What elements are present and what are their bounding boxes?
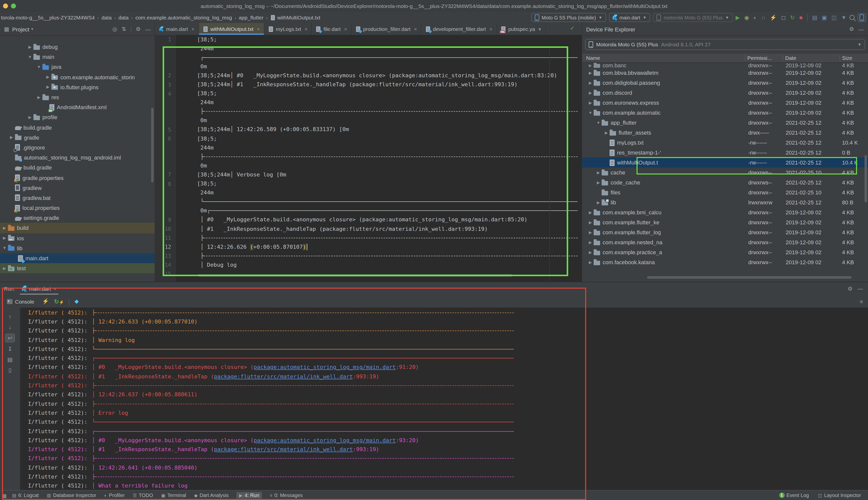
- table-row-lib[interactable]: ▶liblrwxrwxrw2021-02-25 1280 B: [582, 197, 868, 207]
- tree-expand-icon[interactable]: ▶: [587, 230, 594, 235]
- sidebar-item-local-properties[interactable]: local.properties: [0, 203, 155, 213]
- dart-devtools-icon[interactable]: ◆: [75, 298, 79, 305]
- source-link[interactable]: package:flutter/src/material/ink_well.da…: [214, 446, 353, 453]
- search-everywhere-icon[interactable]: [849, 15, 855, 20]
- editor-row[interactable]: 6[38;5;: [155, 134, 582, 143]
- editor-row[interactable]: 2[38;5;244m│ #0 _MyLoggerState.build.<an…: [155, 71, 582, 80]
- breadcrumb-item[interactable]: com.example.automatic_storing_log_msg: [135, 14, 232, 21]
- table-row-com-discord[interactable]: ▶com.discorddrwxrwx--2019-12-09 024 KB: [582, 88, 868, 98]
- flutter-hot-restart-icon[interactable]: ↻⚡: [54, 298, 64, 305]
- sidebar-item-gradlew-bat[interactable]: gradlew.bat: [0, 193, 155, 203]
- tree-expand-icon[interactable]: ▶: [587, 250, 594, 254]
- sidebar-item-profile[interactable]: ▶profile: [0, 112, 155, 122]
- sdk-manager-icon[interactable]: ▼: [841, 14, 847, 21]
- sidebar-item-gradlew[interactable]: gradlew: [0, 183, 155, 193]
- close-icon[interactable]: ×: [414, 26, 417, 32]
- table-row-code-cache[interactable]: ▶code_cachedrwxrws--2021-02-25 124 KB: [582, 178, 868, 188]
- editor-row[interactable]: 1[38;5;: [155, 35, 582, 44]
- device-file-explorer-stripe-icon[interactable]: [858, 13, 866, 22]
- editor-row[interactable]: 244m: [155, 44, 582, 53]
- editor-row[interactable]: └: [155, 197, 582, 206]
- breadcrumb-item[interactable]: withMultiOutput.txt: [277, 14, 320, 21]
- close-icon[interactable]: ×: [257, 26, 260, 32]
- tree-expand-icon[interactable]: ▶: [603, 130, 610, 135]
- todo-button[interactable]: ☰TODO: [133, 492, 153, 498]
- run-tool-window-icon[interactable]: ▣: [822, 14, 827, 21]
- hide-panel-icon[interactable]: —: [858, 285, 863, 292]
- tree-expand-icon[interactable]: ▶: [587, 90, 594, 95]
- close-icon[interactable]: ×: [304, 26, 308, 32]
- sidebar-item-settings-gradle[interactable]: settings.gradle: [0, 213, 155, 223]
- tree-expand-icon[interactable]: ▶: [587, 80, 594, 85]
- dart-analysis-button[interactable]: ◆Dart Analysis: [194, 492, 229, 498]
- device-manager-icon[interactable]: ◫: [831, 14, 837, 21]
- project-panel-title[interactable]: Project: [12, 26, 30, 32]
- tab-production-filter-dart[interactable]: production_filter.dart×: [352, 23, 422, 35]
- sidebar-item-build-gradle[interactable]: build.gradle: [0, 122, 155, 132]
- tab-mylogs-txt[interactable]: myLogs.txt×: [264, 23, 312, 35]
- run-tab-main-dart[interactable]: main.dart ×: [19, 282, 59, 295]
- editor-row[interactable]: 244m: [155, 188, 582, 197]
- chevron-down-icon[interactable]: ▾: [538, 26, 541, 32]
- database-inspector-button[interactable]: ▥Database Inspector: [47, 492, 96, 498]
- sidebar-item-gradle[interactable]: ▶gradle: [0, 132, 155, 142]
- debug-icon[interactable]: ◉: [744, 14, 749, 21]
- run-button[interactable]: ▶4: Run: [237, 492, 262, 499]
- tree-expand-icon[interactable]: ▶: [1, 266, 8, 271]
- sidebar-item-build[interactable]: ▶build: [0, 223, 155, 233]
- locate-file-icon[interactable]: ◎: [112, 26, 117, 32]
- close-icon[interactable]: ×: [191, 26, 194, 32]
- scroll-to-end-icon[interactable]: ↧: [5, 345, 14, 353]
- terminal-button[interactable]: ▣Terminal: [161, 492, 186, 498]
- table-row-com-euronews-express[interactable]: ▶com.euronews.expressdrwxrwx--2019-12-09…: [582, 98, 868, 108]
- gear-icon[interactable]: ⚙: [136, 26, 141, 32]
- breadcrumb-item[interactable]: torola-moto-g__5s__plus-ZY322M4WS4: [1, 14, 95, 21]
- tab-withmultioutput-txt[interactable]: withMultiOutput.txt×: [199, 23, 264, 35]
- sidebar-item-debug[interactable]: ▶debug: [0, 42, 155, 52]
- breadcrumb-item[interactable]: data: [119, 14, 129, 21]
- table-row-com-example-practice-a[interactable]: ▶com.example.practice_adrwxrwx--2019-12-…: [582, 247, 868, 257]
- soft-wrap-icon[interactable]: ↩: [5, 333, 15, 342]
- table-row-withmultioutput-t[interactable]: withMultiOutput.t-rw------2021-02-25 121…: [582, 158, 868, 168]
- sidebar-item-res[interactable]: ▶res: [0, 92, 155, 102]
- tree-expand-icon[interactable]: ▶: [35, 95, 42, 100]
- column-size[interactable]: Size: [839, 55, 868, 61]
- dfe-hscrollbar[interactable]: [647, 276, 852, 279]
- tree-expand-icon[interactable]: ▶: [1, 226, 8, 230]
- tree-expand-icon[interactable]: ▶: [1, 236, 8, 240]
- tree-expand-icon[interactable]: ▶: [595, 200, 602, 205]
- table-row-com-example-nested-na[interactable]: ▶com.example.nested_nadrwxrwx--2019-12-0…: [582, 237, 868, 247]
- sidebar-item-test[interactable]: ▶test: [0, 263, 155, 273]
- tree-expand-icon[interactable]: ▶: [587, 260, 594, 264]
- table-row-com-didiglobal-passeng[interactable]: ▶com.didiglobal.passengdrwxrwx--2019-12-…: [582, 78, 868, 88]
- column-date[interactable]: Date: [783, 55, 839, 61]
- editor-row[interactable]: ├: [155, 107, 582, 116]
- print-console-icon[interactable]: ▤: [5, 355, 14, 363]
- tree-expand-icon[interactable]: ▼: [1, 246, 8, 250]
- stop-icon[interactable]: ■: [799, 14, 802, 21]
- editor-hscrollbar[interactable]: [198, 274, 512, 277]
- close-icon[interactable]: ×: [344, 26, 347, 32]
- flutter-hot-reload-icon[interactable]: ⚡: [770, 14, 777, 21]
- sidebar-item-gradle-properties[interactable]: gradle.properties: [0, 173, 155, 183]
- table-row-cache[interactable]: ▶cachedrwxrws--2021-02-25 104 KB: [582, 168, 868, 178]
- tree-expand-icon[interactable]: ▶: [26, 115, 33, 120]
- scroll-up-icon[interactable]: ↑: [5, 312, 14, 320]
- flutter-hot-reload-icon[interactable]: ⚡: [42, 298, 49, 305]
- profiler-button[interactable]: ◐Profiler: [104, 492, 125, 498]
- dfe-device-selector[interactable]: Motorola Moto G (5S) Plus Android 8.1.0,…: [585, 39, 865, 50]
- tree-expand-icon[interactable]: ▼: [587, 111, 594, 115]
- sidebar-item-main[interactable]: ▼main: [0, 52, 155, 62]
- editor-row[interactable]: 10 │ #1 _InkResponseState._handleTap (pa…: [155, 224, 582, 233]
- sidebar-item-java[interactable]: ▼java: [0, 62, 155, 72]
- tree-expand-icon[interactable]: ▶: [587, 210, 594, 215]
- table-row-res-timestamp-1-[interactable]: res_timestamp-1-'-rw------2021-02-25 120…: [582, 148, 868, 158]
- dfe-vscrollbar[interactable]: [865, 155, 867, 202]
- editor-row[interactable]: 15: [155, 270, 582, 279]
- editor-row[interactable]: 4[38;5;: [155, 89, 582, 98]
- tree-expand-icon[interactable]: ▶: [587, 240, 594, 245]
- attach-debugger-icon[interactable]: ▤: [812, 14, 817, 21]
- tab-main-dart[interactable]: main.dart×: [155, 23, 199, 35]
- source-link[interactable]: package:automatic_storing_log_msg/main.d…: [254, 437, 396, 444]
- run-icon[interactable]: ▶: [736, 14, 740, 21]
